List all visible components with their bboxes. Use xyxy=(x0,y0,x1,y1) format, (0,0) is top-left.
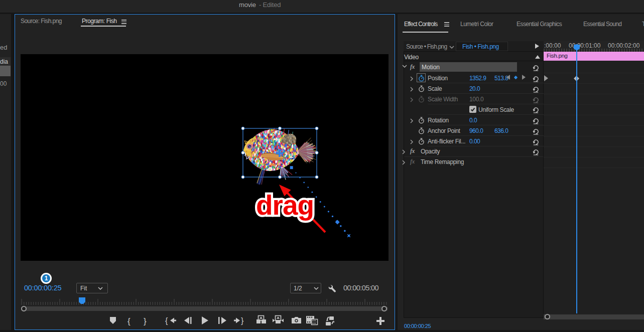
svg-text:drag: drag xyxy=(256,190,314,221)
svg-text:{: { xyxy=(165,316,168,325)
svg-text:}: } xyxy=(144,316,147,326)
svg-text:{: { xyxy=(127,316,131,326)
svg-text:}: } xyxy=(241,316,244,325)
